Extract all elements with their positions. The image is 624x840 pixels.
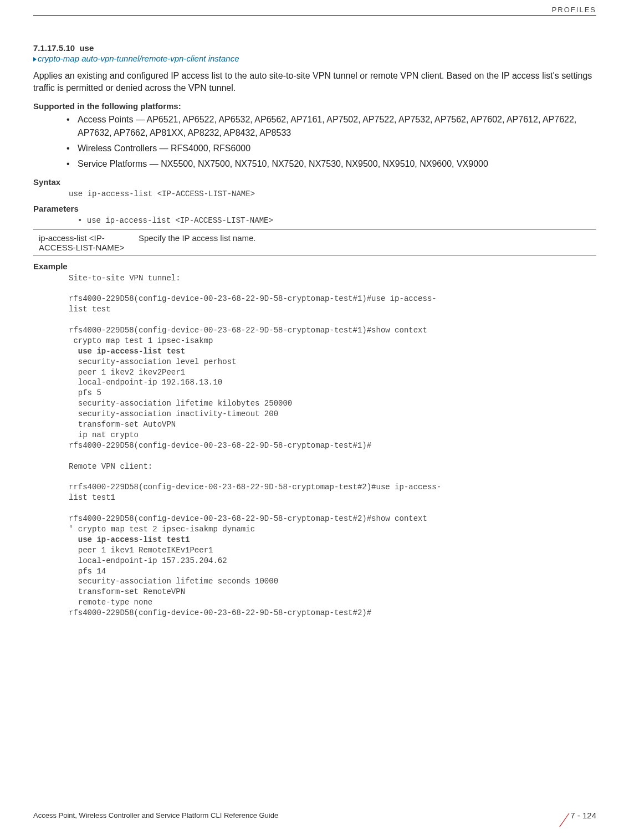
breadcrumb-arrow-icon — [33, 57, 37, 62]
table-row: ip-access-list <IP-ACCESS-LIST-NAME> Spe… — [33, 229, 596, 255]
list-item: Wireless Controllers — RFS4000, RFS6000 — [67, 142, 596, 155]
example-line: Remote VPN client: — [69, 462, 152, 471]
example-line: Site-to-site VPN tunnel: — [69, 274, 181, 283]
section-number: 7.1.17.5.10 — [33, 43, 75, 53]
breadcrumb[interactable]: crypto-map auto-vpn-tunnel/remote-vpn-cl… — [33, 54, 596, 63]
page-number: 7 - 124 — [570, 811, 596, 820]
example-code-block: Site-to-site VPN tunnel: rfs4000-229D58(… — [69, 273, 596, 618]
list-item: Access Points — AP6521, AP6522, AP6532, … — [67, 113, 596, 140]
example-line: security-association level perhost peer … — [69, 357, 371, 450]
example-line-bold: use ip-access-list test1 — [69, 535, 190, 544]
page-footer: Access Point, Wireless Controller and Se… — [0, 807, 624, 823]
example-heading: Example — [33, 262, 596, 271]
parameters-line: • use ip-access-list <IP-ACCESS-LIST-NAM… — [78, 216, 596, 226]
supported-list: Access Points — AP6521, AP6522, AP6532, … — [67, 113, 596, 171]
breadcrumb-text: crypto-map auto-vpn-tunnel/remote-vpn-cl… — [38, 54, 239, 63]
section-title: use — [79, 43, 94, 53]
syntax-heading: Syntax — [33, 177, 596, 187]
footer-doc-title: Access Point, Wireless Controller and Se… — [33, 811, 278, 819]
example-line: rrfs4000-229D58(config-device-00-23-68-2… — [69, 483, 441, 502]
list-item: Service Platforms — NX5500, NX7500, NX75… — [67, 157, 596, 171]
example-line: rfs4000-229D58(config-device-00-23-68-22… — [69, 326, 427, 345]
syntax-code: use ip-access-list <IP-ACCESS-LIST-NAME> — [69, 189, 596, 199]
param-desc-cell: Specify the IP access list name. — [133, 229, 596, 255]
header-category: PROFILES — [33, 6, 596, 14]
footer-right-group: 7 - 124 — [549, 807, 596, 823]
example-line: rfs4000-229D58(config-device-00-23-68-22… — [69, 514, 427, 534]
example-line-bold: use ip-access-list test — [69, 347, 185, 356]
param-name-cell: ip-access-list <IP-ACCESS-LIST-NAME> — [33, 229, 133, 255]
parameters-heading: Parameters — [33, 204, 596, 213]
section-heading: 7.1.17.5.10 use — [33, 43, 596, 53]
parameters-table: ip-access-list <IP-ACCESS-LIST-NAME> Spe… — [33, 229, 596, 256]
example-line: rfs4000-229D58(config-device-00-23-68-22… — [69, 294, 437, 314]
example-line: peer 1 ikev1 RemoteIKEv1Peer1 local-endp… — [69, 546, 371, 617]
footer-slash-icon — [549, 807, 566, 823]
description-paragraph: Applies an existing and configured IP ac… — [33, 70, 596, 95]
header-rule — [33, 15, 596, 16]
supported-heading: Supported in the following platforms: — [33, 101, 596, 111]
